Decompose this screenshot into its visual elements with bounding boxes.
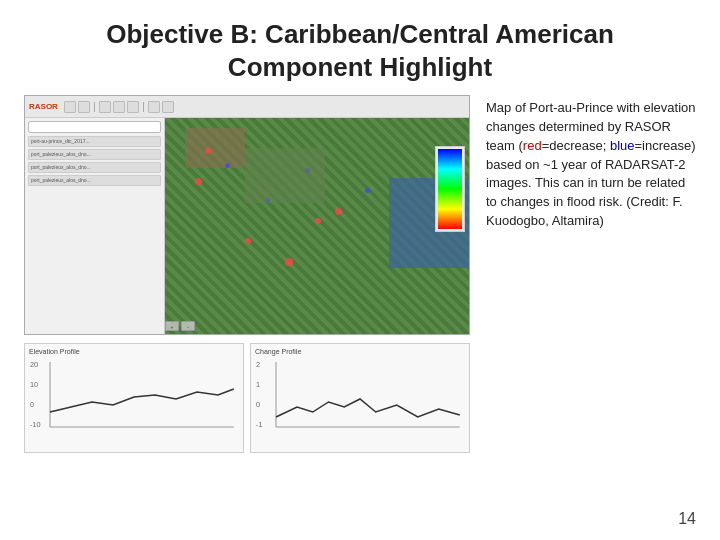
layer-item-2[interactable]: port_palezieux_alos_dno... [28, 149, 161, 160]
blue-label: blue [610, 138, 635, 153]
toolbar-measure-btn[interactable] [148, 101, 160, 113]
map-aerial [165, 118, 469, 334]
title-section: Objective B: Caribbean/Central American … [24, 18, 696, 83]
svg-text:20: 20 [30, 361, 38, 369]
toolbar-separator [94, 102, 95, 112]
dot-3 [195, 178, 202, 185]
map-legend [435, 146, 465, 232]
rasor-toolbar: RASOR [25, 96, 469, 118]
layer-item-3[interactable]: port_palezieux_alos_dno... [28, 162, 161, 173]
map-left-panel: port-au-prince_dtc_2017... port_palezieu… [25, 118, 165, 334]
svg-text:10: 10 [30, 381, 38, 389]
chart-2-title: Change Profile [255, 348, 301, 355]
charts-row: Elevation Profile 20 10 0 -10 [24, 343, 470, 453]
layer-item-1[interactable]: port-au-prince_dtc_2017... [28, 136, 161, 147]
chart-1: Elevation Profile 20 10 0 -10 [24, 343, 244, 453]
map-section: RASOR port-au-prince_dtc_2017... port_pa… [24, 95, 470, 526]
layer-item-4[interactable]: port_palezieux_alos_dno... [28, 175, 161, 186]
toolbar-layers-btn[interactable] [78, 101, 90, 113]
svg-text:1: 1 [256, 381, 260, 389]
map-controls-bar: + - [165, 320, 433, 332]
legend-colorbar [438, 149, 462, 229]
dot-6 [365, 188, 370, 193]
chart-1-svg: 20 10 0 -10 [29, 357, 239, 437]
dot-2 [225, 163, 230, 168]
chart-1-titlebar: Elevation Profile [29, 348, 239, 355]
toolbar-zoom-btn[interactable] [99, 101, 111, 113]
svg-text:-1: -1 [256, 421, 263, 429]
page-title: Objective B: Caribbean/Central American … [24, 18, 696, 83]
toolbar-pan-btn[interactable] [113, 101, 125, 113]
dot-10 [285, 258, 293, 266]
chart-2: Change Profile 2 1 0 -1 [250, 343, 470, 453]
map-container[interactable]: RASOR port-au-prince_dtc_2017... port_pa… [24, 95, 470, 335]
chart-2-svg: 2 1 0 -1 [255, 357, 465, 437]
svg-text:2: 2 [256, 361, 260, 369]
text-section: Map of Port-au-Prince with elevation cha… [486, 95, 696, 526]
page-container: Objective B: Caribbean/Central American … [0, 0, 720, 540]
svg-text:0: 0 [30, 401, 34, 409]
dot-4 [265, 198, 270, 203]
dot-9 [305, 168, 310, 173]
content-area: RASOR port-au-prince_dtc_2017... port_pa… [24, 95, 696, 526]
toolbar-select-btn[interactable] [127, 101, 139, 113]
svg-text:-10: -10 [30, 421, 41, 429]
page-number: 14 [678, 510, 696, 528]
red-label: red [523, 138, 542, 153]
zoom-out-btn[interactable]: - [181, 321, 195, 331]
dot-5 [315, 218, 321, 224]
layer-search[interactable] [28, 121, 161, 133]
dot-1 [205, 148, 211, 154]
chart-1-title: Elevation Profile [29, 348, 80, 355]
zoom-in-btn[interactable]: + [165, 321, 179, 331]
svg-text:0: 0 [256, 401, 260, 409]
toolbar-draw-btn[interactable] [162, 101, 174, 113]
chart-2-titlebar: Change Profile [255, 348, 465, 355]
toolbar-home-btn[interactable] [64, 101, 76, 113]
dot-7 [335, 208, 342, 215]
description-text: Map of Port-au-Prince with elevation cha… [486, 99, 696, 231]
rasor-logo: RASOR [29, 102, 58, 111]
dot-8 [245, 238, 251, 244]
toolbar-separator2 [143, 102, 144, 112]
